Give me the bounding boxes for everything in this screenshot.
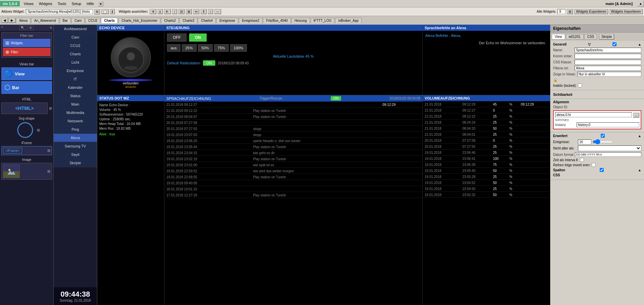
vol-25-button[interactable]: 25%: [182, 44, 197, 52]
reihenfolge-checkbox[interactable]: [592, 163, 596, 167]
minimize-button[interactable]: ▲: [637, 1, 644, 6]
object-id-input[interactable]: [555, 112, 632, 117]
tab-ereignisse2[interactable]: Ereignisse2: [239, 18, 262, 23]
align-top-button[interactable]: ⫶: [172, 9, 177, 14]
image-expand-icon[interactable]: ⊞: [47, 169, 50, 174]
tab-nav-left[interactable]: ◀: [1, 18, 8, 23]
nav-item-charts[interactable]: Charts: [54, 50, 97, 58]
menu-views[interactable]: Views: [21, 1, 36, 6]
name-input[interactable]: [575, 48, 641, 53]
nav-item-cam[interactable]: Cam: [54, 33, 97, 42]
nav-item-main[interactable]: Main: [54, 100, 97, 109]
align-right-button[interactable]: ⫸: [164, 9, 171, 14]
css-klasse-input[interactable]: [575, 60, 641, 65]
filter-filter-button[interactable]: ⊗ Filter: [3, 48, 50, 56]
generell-checkbox[interactable]: [612, 42, 616, 46]
filterwort-input[interactable]: [575, 66, 641, 71]
tab-ccu2[interactable]: CCU2: [85, 18, 100, 23]
off-button[interactable]: OFF: [167, 34, 186, 42]
tab-charts-hzk[interactable]: Charts_Hzk_Esszimmer: [118, 18, 160, 23]
css-section-header[interactable]: CSS: [553, 173, 641, 177]
right-tab-view[interactable]: View: [552, 34, 565, 40]
erweitert-header[interactable]: Erweitert ▲: [553, 134, 641, 138]
html-expand-icon[interactable]: ⊞: [49, 106, 52, 111]
nav-item-skripte[interactable]: Skripte: [54, 159, 97, 167]
ereignisse-input[interactable]: [578, 139, 591, 144]
zeit-checkbox[interactable]: [580, 158, 584, 162]
tab-charts3[interactable]: Charts3: [179, 18, 197, 23]
align-left-button[interactable]: ⫷: [150, 9, 156, 14]
menu-widgets[interactable]: Widgets: [36, 1, 55, 6]
distribute-h-button[interactable]: ⇔: [193, 9, 199, 14]
nav-item-netzwerk[interactable]: Netzwerk: [54, 117, 97, 125]
tab-nav-right[interactable]: ▶: [9, 18, 15, 23]
tab-an-abwesend[interactable]: An_Abwesend: [31, 18, 59, 23]
export-widgets-button[interactable]: Widgets Exportieren: [574, 9, 608, 14]
right-tab-css[interactable]: CSS: [584, 34, 597, 40]
spalten-checkbox[interactable]: [600, 168, 604, 172]
skripte-button[interactable]: Skripte: [599, 34, 614, 40]
filter-widgets-button[interactable]: ⊞ Widgets: [3, 39, 50, 47]
tab-charts2[interactable]: Charts2: [161, 18, 179, 23]
tab-ereignisse[interactable]: Ereignisse: [216, 18, 238, 23]
align-bottom-button[interactable]: ⊞: [186, 9, 192, 14]
html-button[interactable]: <HTML>: [1, 103, 48, 114]
align-center-h-button[interactable]: ⫿: [158, 9, 163, 14]
paste-widget-button[interactable]: 📋: [101, 9, 109, 14]
tab-cam[interactable]: Cam: [71, 18, 85, 23]
tab-ifttt[interactable]: IFTTT_LOG: [311, 18, 335, 23]
datum-format-input[interactable]: [575, 152, 641, 157]
iframe-expand-icon[interactable]: ⊞: [47, 148, 50, 153]
widget-name-input[interactable]: [26, 9, 93, 14]
vol-50-button[interactable]: 50%: [198, 44, 213, 52]
nav-item-ereignisse[interactable]: Ereignisse: [54, 67, 97, 75]
tab-charts[interactable]: Charts: [101, 18, 118, 23]
menu-tools[interactable]: Tools: [55, 1, 69, 6]
sidebar-close-button[interactable]: ×: [50, 25, 52, 30]
nav-item-kalender[interactable]: Kalender: [54, 83, 97, 92]
nav-item-status[interactable]: Status: [54, 92, 97, 100]
on-button[interactable]: ON: [189, 34, 207, 42]
tab-fritzbox[interactable]: FritzBox_4040: [263, 18, 290, 23]
vol-100-button[interactable]: 100%: [230, 44, 247, 52]
ereignisse-slider[interactable]: [593, 139, 613, 144]
nav-item-licht[interactable]: Licht: [54, 58, 97, 67]
menu-hilfe[interactable]: Hilfe: [84, 1, 97, 6]
nav-item-it[interactable]: IT: [54, 75, 97, 83]
menu-setup[interactable]: Setup: [69, 1, 84, 6]
vol-75-button[interactable]: 75%: [214, 44, 229, 52]
sidebar-search-button[interactable]: 🔍: [19, 25, 26, 30]
copy-widget-button[interactable]: ⧉: [94, 9, 100, 14]
align-center-v-button[interactable]: ⊟: [178, 9, 184, 14]
info-widget-button[interactable]: ℹ: [110, 9, 115, 14]
nav-item-sayit[interactable]: Sayit: [54, 150, 97, 159]
svg-expand-icon[interactable]: ⊞: [37, 128, 40, 132]
object-id-browse-button[interactable]: ...: [633, 113, 639, 118]
align-extra-button[interactable]: ↕: [208, 9, 213, 14]
tab-bar[interactable]: Bar: [60, 18, 71, 23]
vol-aus-button[interactable]: aus: [167, 44, 180, 52]
generell-header[interactable]: Generell ▽ ▲: [553, 42, 641, 46]
all-widgets-count[interactable]: [557, 9, 566, 14]
tab-charts4[interactable]: Charts4: [198, 18, 216, 23]
nav-item-ccu2[interactable]: CCU2: [54, 42, 97, 50]
inaktiv-checkbox[interactable]: [578, 83, 582, 87]
all-widgets-expand-button[interactable]: ⊞: [567, 9, 573, 14]
tab-iobroker[interactable]: ioBroker_App: [335, 18, 362, 23]
distribute-v-button[interactable]: ⇕: [201, 9, 207, 14]
nav-item-alexa[interactable]: Alexa: [54, 134, 97, 142]
zeige-input[interactable]: [577, 72, 641, 77]
allgemein-header[interactable]: Allgemein: [553, 100, 641, 104]
trigger-rescan-button[interactable]: Trigger/Rescan: [260, 97, 282, 100]
bar-button[interactable]: ⬡ Bar: [1, 81, 52, 94]
align-extra2-button[interactable]: ↔: [214, 9, 221, 14]
nav-item-ping[interactable]: Ping: [54, 125, 97, 134]
right-tab-widget[interactable]: w01201: [566, 34, 584, 40]
sidebar-settings-button[interactable]: ⚙: [28, 25, 34, 30]
tab-heizung[interactable]: Heizung: [291, 18, 310, 23]
erweitert-checkbox[interactable]: [601, 134, 605, 138]
radiostation-toggle[interactable]: ON: [203, 60, 215, 66]
spalten-header[interactable]: Spalten ▲: [553, 168, 641, 172]
instanz-input[interactable]: [577, 122, 639, 127]
view-button[interactable]: 🔵 View: [1, 67, 52, 80]
